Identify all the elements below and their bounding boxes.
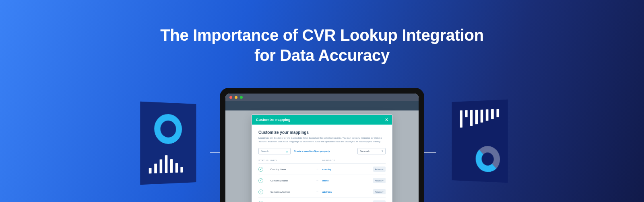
row-actions-button[interactable]: Actions▾ bbox=[373, 189, 386, 194]
laptop-frame: Customize mapping × Customize your mappi… bbox=[220, 88, 424, 202]
ring-chart-icon bbox=[154, 114, 182, 144]
info-cell: Company Address bbox=[270, 191, 312, 193]
modal-body: Customize your mappings Mappings can be … bbox=[252, 125, 392, 202]
col-hubspot: HUBSPOT bbox=[322, 159, 364, 162]
modal-controls-row: Search ⌕ Create a new HubSpot property D… bbox=[258, 148, 386, 154]
modal-header-title: Customize mapping bbox=[256, 118, 291, 122]
hubspot-cell: name bbox=[322, 179, 364, 182]
window-minimize-dot-icon bbox=[235, 96, 237, 99]
table-row: Company Address → address Actions▾ bbox=[258, 186, 386, 198]
country-selected-value: Denmark bbox=[360, 150, 369, 152]
info-cell: Country Name bbox=[270, 168, 312, 171]
row-actions-button[interactable]: Actions▾ bbox=[373, 200, 386, 202]
modal-header: Customize mapping × bbox=[252, 115, 392, 125]
mapped-status-icon bbox=[258, 178, 263, 183]
chevron-down-icon: ▾ bbox=[382, 179, 384, 182]
search-icon: ⌕ bbox=[286, 150, 288, 153]
connector-line-right bbox=[422, 152, 436, 153]
row-actions-button[interactable]: Actions▾ bbox=[373, 167, 386, 172]
hero-title: The Importance of CVR Lookup Integration… bbox=[0, 25, 644, 65]
decor-panel-right bbox=[452, 100, 508, 183]
info-cell: Company Name bbox=[270, 179, 312, 182]
modal-heading: Customize your mappings bbox=[258, 130, 386, 135]
country-select[interactable]: Denmark ▾ bbox=[357, 148, 386, 154]
decor-panel-left bbox=[140, 102, 196, 185]
hubspot-cell: country bbox=[322, 168, 364, 171]
window-close-dot-icon bbox=[229, 96, 232, 99]
donut-chart-icon bbox=[476, 146, 500, 173]
chevron-down-icon: ▾ bbox=[382, 150, 383, 153]
col-info: INFO bbox=[270, 159, 312, 162]
chevron-down-icon: ▾ bbox=[382, 168, 384, 171]
mapping-table-header: STATUS INFO HUBSPOT bbox=[258, 158, 386, 164]
search-input[interactable]: Search ⌕ bbox=[258, 148, 291, 154]
hero-title-line1: The Importance of CVR Lookup Integration bbox=[160, 26, 484, 44]
bar-chart-icon bbox=[149, 155, 183, 174]
bar-chart-icon bbox=[460, 109, 499, 127]
row-actions-button[interactable]: Actions▾ bbox=[373, 178, 386, 183]
chevron-down-icon: ▾ bbox=[382, 191, 384, 193]
hero-banner: The Importance of CVR Lookup Integration… bbox=[0, 0, 644, 202]
mapped-status-icon bbox=[258, 167, 263, 172]
laptop-screen: Customize mapping × Customize your mappi… bbox=[225, 94, 419, 202]
browser-chrome bbox=[225, 94, 419, 101]
search-placeholder: Search bbox=[261, 150, 268, 152]
table-row: Country Name → country Actions▾ bbox=[258, 164, 386, 175]
table-row: Company Reg Date → founded_year Actions▾ bbox=[258, 198, 386, 202]
col-status: STATUS bbox=[258, 159, 269, 162]
customize-mapping-modal: Customize mapping × Customize your mappi… bbox=[252, 115, 392, 202]
app-top-nav bbox=[225, 101, 419, 110]
arrow-right-icon: → bbox=[314, 179, 321, 182]
hero-title-line2: for Data Accuracy bbox=[254, 46, 390, 64]
modal-description: Mappings can be done for the basic data … bbox=[258, 136, 386, 143]
hubspot-cell: address bbox=[322, 191, 364, 193]
table-row: Company Name → name Actions▾ bbox=[258, 175, 386, 186]
close-icon[interactable]: × bbox=[385, 117, 388, 122]
window-maximize-dot-icon bbox=[240, 96, 243, 99]
arrow-right-icon: → bbox=[314, 190, 321, 194]
mapped-status-icon bbox=[258, 190, 263, 194]
arrow-right-icon: → bbox=[314, 167, 321, 171]
create-property-link[interactable]: Create a new HubSpot property bbox=[294, 150, 354, 152]
